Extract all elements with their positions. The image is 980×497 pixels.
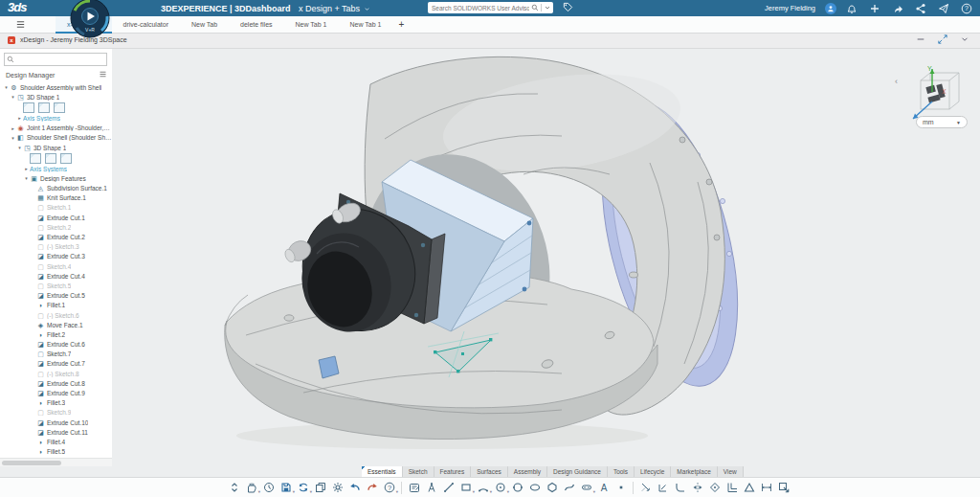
plane-icon[interactable] (30, 153, 41, 164)
text-tool-button[interactable] (595, 480, 612, 496)
tree-item-design-features[interactable]: ▾▣Design Features (0, 173, 112, 183)
app-tab-new-tab-1[interactable]: New Tab 1 (284, 16, 339, 34)
sketch-fillet-tool-button[interactable] (672, 480, 688, 496)
settings-button[interactable] (329, 480, 345, 496)
scrollbar-thumb[interactable] (2, 461, 61, 465)
search-input[interactable] (428, 5, 529, 11)
tree-item-axis-systems[interactable]: ▸Axis Systems (0, 113, 112, 123)
polygon-tool-button[interactable] (544, 480, 560, 496)
tree-right-arrow-icon[interactable]: ▸ (16, 115, 23, 121)
duplicate-button[interactable] (312, 480, 328, 496)
help-icon[interactable] (961, 3, 972, 14)
corner-tool-button[interactable] (655, 480, 671, 496)
hamburger-menu-icon[interactable] (15, 19, 26, 30)
tree-item-extrude-cut-2[interactable]: ◪Extrude Cut.2 (0, 232, 112, 241)
tree-item-fillet-1[interactable]: ◗Fillet.1 (0, 301, 112, 310)
avatar[interactable] (825, 3, 836, 14)
circle-tool-button[interactable]: ▾ (492, 480, 508, 496)
new-tab-button[interactable]: + (392, 16, 410, 34)
app-tab-drive-calculator[interactable]: drive-calculator (112, 16, 180, 34)
tree-item-extrude-cut-8[interactable]: ◪Extrude Cut.8 (0, 378, 112, 388)
share-icon[interactable] (892, 3, 903, 14)
expand-button[interactable] (938, 34, 948, 45)
ribbon-tab-marketplace[interactable]: Marketplace (671, 466, 717, 477)
tree-item-sketch-5[interactable]: ▢Sketch.5 (0, 281, 112, 290)
tree-item-sketch-2[interactable]: ▢Sketch.2 (0, 222, 112, 232)
help-button[interactable]: ▾ (381, 480, 397, 496)
tree-item-sketch-7[interactable]: ▢Sketch.7 (0, 350, 112, 359)
tree-item-extrude-cut-6[interactable]: ◪Extrude Cut.6 (0, 340, 112, 350)
toolbar-collapse-button[interactable] (226, 480, 242, 496)
tree-item-fillet-2[interactable]: ◗Fillet.2 (0, 329, 112, 339)
tree-item-knit-surface-1[interactable]: ▦Knit Surface.1 (0, 193, 112, 203)
collaborate-icon[interactable] (915, 3, 926, 14)
dashboard-context-menu[interactable]: x Design + Tabs (299, 4, 370, 13)
ribbon-tab-assembly[interactable]: Assembly (508, 466, 547, 477)
tree-right-arrow-icon[interactable]: ▸ (10, 125, 16, 131)
save-button[interactable]: ▾ (278, 480, 294, 496)
tree-item-fillet-5[interactable]: ◗Fillet.5 (0, 447, 112, 457)
ribbon-tab-essentials[interactable]: Essentials (362, 466, 403, 477)
history-button[interactable] (260, 480, 277, 496)
3d-viewport[interactable]: ‹ Y Z X mm ▼ (112, 48, 980, 466)
tree-item-shoulder-shell-shoulder-shell-1[interactable]: ▾◧Shoulder Shell (Shoulder Shell 1) (0, 133, 112, 143)
tree-down-arrow-icon[interactable]: ▾ (10, 135, 16, 141)
tree-item-axis-systems[interactable]: ▸Axis Systems (0, 164, 112, 173)
rectangle-tool-button[interactable]: ▾ (457, 480, 474, 496)
3d-model-canvas[interactable] (112, 48, 980, 466)
plane-icon[interactable] (54, 102, 65, 113)
mirror-tool-button[interactable] (689, 480, 705, 496)
plane-icon[interactable] (38, 102, 50, 113)
tree-item-sketch-6[interactable]: ▢(-) Sketch.6 (0, 310, 112, 320)
tree-filter-box[interactable] (4, 53, 107, 66)
tree-item-3d-shape-1[interactable]: ▾◳3D Shape 1 (0, 92, 112, 102)
ribbon-tab-features[interactable]: Features (434, 466, 472, 477)
slot-tool-button[interactable]: ▾ (578, 480, 594, 496)
tree-item-joint-1-assembly-shoulder-d[interactable]: ▸◉Joint 1 Assembly -Shoulder,D... (0, 124, 112, 133)
panel-horizontal-scrollbar[interactable] (0, 458, 112, 466)
smart-dimension-tool-button[interactable] (758, 480, 774, 496)
send-icon[interactable] (938, 3, 949, 14)
perimeter-circle-tool-button[interactable] (509, 480, 525, 496)
tree-item-extrude-cut-7[interactable]: ◪Extrude Cut.7 (0, 359, 112, 369)
panel-menu-icon[interactable] (99, 70, 108, 79)
notifications-icon[interactable] (846, 3, 858, 14)
app-tab-new-tab[interactable]: New Tab (180, 16, 229, 34)
tree-down-arrow-icon[interactable]: ▾ (10, 94, 16, 100)
plane-icon[interactable] (23, 102, 34, 113)
offset-tool-button[interactable] (724, 480, 740, 496)
tree-item-3d-shape-1[interactable]: ▾◳3D Shape 1 (0, 143, 112, 152)
tree-item-extrude-cut-10[interactable]: ◪Extrude Cut.10 (0, 418, 112, 427)
tree-item-fillet-4[interactable]: ◗Fillet.4 (0, 437, 112, 446)
tree-item-extrude-cut-11[interactable]: ◪Extrude Cut.11 (0, 427, 112, 437)
ribbon-tab-design-guidance[interactable]: Design Guidance (547, 466, 608, 477)
ribbon-tab-surfaces[interactable]: Surfaces (471, 466, 508, 477)
constraints-tool-button[interactable] (741, 480, 757, 496)
tree-item-sketch-8[interactable]: ▢(-) Sketch.8 (0, 369, 112, 378)
collapse-button[interactable] (960, 34, 970, 45)
tree-item-sketch-9[interactable]: ▢Sketch.9 (0, 408, 112, 418)
dropdown-arrow-icon[interactable]: ▾ (396, 489, 398, 494)
viewcube-collapse-chevron[interactable]: ‹ (895, 77, 898, 86)
app-tab-delete-files[interactable]: delete files (229, 16, 283, 34)
ribbon-tab-lifecycle[interactable]: Lifecycle (635, 466, 671, 477)
units-dropdown[interactable]: mm ▼ (916, 116, 968, 128)
search-icon[interactable] (531, 4, 539, 11)
trim-tool-button[interactable] (637, 480, 654, 496)
minimize-button[interactable] (916, 34, 926, 45)
tree-right-arrow-icon[interactable]: ▸ (23, 166, 30, 171)
search-scope-chevron-icon[interactable] (544, 4, 551, 11)
tree-item-sketch-4[interactable]: ▢Sketch.4 (0, 261, 112, 271)
tree-down-arrow-icon[interactable]: ▾ (3, 84, 10, 90)
tree-item-fillet-3[interactable]: ◗Fillet.3 (0, 398, 112, 408)
tag-icon[interactable] (563, 2, 575, 14)
tree-filter-input[interactable] (14, 56, 106, 63)
line-tool-button[interactable] (440, 480, 457, 496)
tree-item-extrude-cut-1[interactable]: ◪Extrude Cut.1 (0, 213, 112, 222)
tree-item-shoulder-assembly-with-shell[interactable]: ▾⚙Shoulder Assembly with Shell (0, 82, 112, 92)
construction-geometry-button[interactable] (423, 480, 439, 496)
exit-sketch-button[interactable] (775, 480, 791, 496)
ribbon-tab-view[interactable]: View (718, 466, 744, 477)
tree-down-arrow-icon[interactable]: ▾ (16, 145, 23, 150)
tree-item-sketch-1[interactable]: ▢Sketch.1 (0, 203, 112, 213)
